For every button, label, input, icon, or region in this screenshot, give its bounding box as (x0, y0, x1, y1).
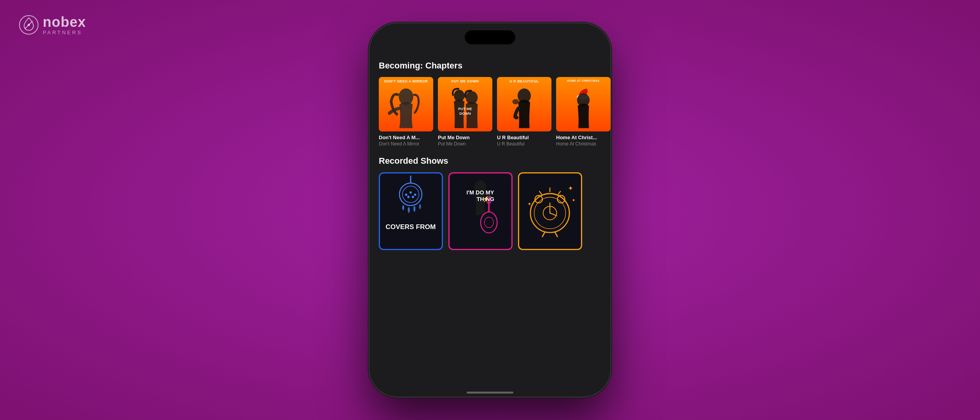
album-cover-dont-need-mirror: DON'T NEED A MIRROR (379, 77, 433, 131)
show-art-covers-from: COVERS FROM (380, 173, 442, 249)
svg-text:✦: ✦ (572, 198, 576, 203)
shows-row: COVERS FROM (369, 172, 611, 250)
svg-point-16 (414, 194, 416, 196)
svg-point-2 (28, 24, 30, 26)
album-subtitle-put-me-down: Put Me Down (438, 141, 492, 147)
chapters-section: Becoming: Chapters DON'T NEED A MIRROR (369, 61, 611, 147)
album-art-put-me-down: PUT ME DOWN (438, 85, 492, 131)
svg-point-13 (402, 186, 419, 202)
album-subtitle-home-at-christmas: Home At Christmas (556, 141, 611, 147)
show-card-covers-from[interactable]: COVERS FROM (379, 172, 443, 250)
recorded-section: Recorded Shows (369, 156, 611, 250)
album-item-dont-need-mirror[interactable]: DON'T NEED A MIRROR (379, 77, 433, 147)
album-item-ur-beautiful[interactable]: U R BEAUTIFUL (497, 77, 551, 147)
album-label-home-at-christmas: HOME AT CHRISTMAS (556, 79, 611, 82)
album-title-ur-beautiful: U R Beautiful (497, 135, 551, 140)
svg-line-40 (555, 233, 558, 237)
show-card-clock[interactable]: ✦ ✦ ✦ (518, 172, 582, 250)
logo-text: nobex PARTNERS (43, 15, 86, 35)
show-art-clock: ✦ ✦ ✦ (519, 173, 581, 249)
svg-text:✦: ✦ (527, 201, 532, 207)
album-label-ur-beautiful: U R BEAUTIFUL (497, 79, 551, 83)
svg-point-15 (410, 191, 412, 194)
album-label-dont-need-mirror: DON'T NEED A MIRROR (379, 79, 433, 83)
logo-partners-label: PARTNERS (43, 30, 86, 35)
phone-screen: Becoming: Chapters DON'T NEED A MIRROR (369, 23, 611, 397)
album-subtitle-dont-need-mirror: Don't Need A Mirror (379, 141, 433, 147)
album-art-ur-beautiful (497, 85, 551, 131)
show-art-do-my-thing: I'M DO MY TH ⚡ NG (450, 173, 511, 249)
album-art-home-at-christmas (556, 85, 611, 131)
svg-point-17 (407, 196, 410, 198)
svg-point-12 (399, 183, 422, 206)
album-item-home-at-christmas[interactable]: HOME AT CHRISTMAS (556, 77, 611, 147)
recorded-title: Recorded Shows (369, 156, 611, 172)
svg-line-35 (539, 191, 542, 194)
albums-row: DON'T NEED A MIRROR (369, 77, 611, 147)
nobex-logo-icon (19, 15, 39, 35)
album-cover-ur-beautiful: U R BEAUTIFUL (497, 77, 551, 131)
svg-text:PUT ME: PUT ME (458, 107, 472, 111)
svg-text:I'M DO MY: I'M DO MY (467, 189, 494, 196)
screen-content: Becoming: Chapters DON'T NEED A MIRROR (369, 54, 611, 397)
home-indicator (467, 392, 513, 394)
svg-point-9 (512, 99, 519, 105)
phone-mockup: Becoming: Chapters DON'T NEED A MIRROR (369, 23, 611, 397)
album-art-dont-need-mirror (379, 85, 433, 131)
svg-text:✦: ✦ (568, 184, 573, 192)
album-cover-home-at-christmas: HOME AT CHRISTMAS (556, 77, 611, 131)
chapters-title: Becoming: Chapters (369, 61, 611, 77)
svg-line-39 (542, 233, 545, 237)
album-label-put-me-down: PUT ME DOWN (438, 79, 492, 83)
svg-point-14 (405, 194, 408, 196)
album-item-put-me-down[interactable]: PUT ME DOWN (438, 77, 492, 147)
album-title-home-at-christmas: Home At Christ... (556, 135, 611, 140)
svg-point-22 (481, 212, 497, 233)
svg-text:COVERS FROM: COVERS FROM (386, 223, 436, 231)
svg-line-43 (550, 213, 556, 216)
album-cover-put-me-down: PUT ME DOWN (438, 77, 492, 131)
svg-text:DOWN: DOWN (459, 112, 471, 116)
phone-outer-shell: Becoming: Chapters DON'T NEED A MIRROR (369, 23, 611, 397)
album-title-put-me-down: Put Me Down (438, 135, 492, 140)
album-subtitle-ur-beautiful: U R Beautiful (497, 141, 551, 147)
logo: nobex PARTNERS (19, 15, 86, 35)
svg-point-23 (485, 217, 494, 228)
svg-line-36 (558, 191, 560, 194)
svg-text:NG: NG (486, 196, 494, 202)
show-card-do-my-thing[interactable]: I'M DO MY TH ⚡ NG (448, 172, 513, 250)
dynamic-island (465, 30, 515, 44)
svg-point-18 (412, 196, 414, 198)
logo-nobex-label: nobex (43, 15, 86, 29)
album-title-dont-need-mirror: Don't Need A M... (379, 135, 433, 140)
